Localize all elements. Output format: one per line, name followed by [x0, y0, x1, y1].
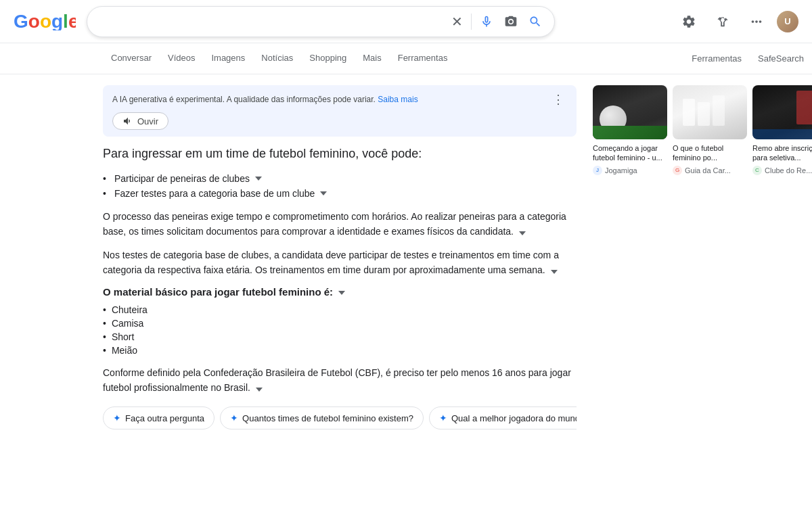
- sparkle-icon-2: ✦: [230, 413, 238, 423]
- sparkle-icon: ✦: [113, 413, 121, 423]
- image-card-1[interactable]: Começando a jogar futebol feminino - u..…: [593, 85, 667, 175]
- tab-noticias[interactable]: Notícias: [253, 43, 301, 74]
- image-card-1-img: [593, 85, 667, 139]
- nav-ferramentas-btn[interactable]: Ferramentas: [683, 43, 750, 74]
- material-item-2: •Camisa: [103, 317, 577, 330]
- ai-notice-text: A IA generativa é experimental. A qualid…: [112, 95, 418, 104]
- list-item-1: • Participar de peneiras de clubes: [103, 171, 577, 186]
- material-item-3: •Short: [103, 330, 577, 344]
- related-btn-2[interactable]: ✦ Qual a melhor jogadora do mundo?: [429, 406, 577, 429]
- answer-list: • Participar de peneiras de clubes • Faz…: [103, 171, 577, 201]
- tab-videos[interactable]: Vídeos: [160, 43, 203, 74]
- google-logo[interactable]: Google: [14, 10, 76, 32]
- image-card-2[interactable]: O que o futebol feminino po... G Guia da…: [673, 85, 747, 175]
- image-card-1-source: J Jogamiga: [593, 166, 667, 175]
- image-card-1-title: Começando a jogar futebol feminino - u..…: [593, 143, 667, 163]
- image-card-3[interactable]: Remo abre inscrições para seletiva... C …: [752, 85, 812, 175]
- list-item-2: • Fazer testes para a categoria base de …: [103, 186, 577, 201]
- ai-notice-menu-btn[interactable]: ⋮: [549, 92, 567, 107]
- image-card-2-img: [673, 85, 747, 139]
- expand-list-1-btn[interactable]: [255, 177, 262, 181]
- related-btn-0[interactable]: ✦ Faça outra pergunta: [103, 406, 215, 429]
- microphone-icon: [480, 15, 493, 28]
- expand-material-btn[interactable]: [338, 287, 345, 297]
- settings-button[interactable]: [675, 8, 702, 35]
- age-paragraph: Conforme definido pela Confederação Bras…: [103, 365, 577, 396]
- material-item-1: •Chuteira: [103, 303, 577, 317]
- material-title: O material básico para jogar futebol fem…: [103, 286, 577, 298]
- image-card-3-img: [752, 85, 812, 139]
- material-item-4: •Meião: [103, 344, 577, 357]
- apps-button[interactable]: [743, 8, 770, 35]
- clear-button[interactable]: ✕: [449, 11, 466, 32]
- apps-icon: [749, 14, 764, 29]
- saiba-mais-link[interactable]: Saiba mais: [378, 95, 418, 104]
- sparkle-icon-3: ✦: [439, 413, 447, 423]
- tab-imagens[interactable]: Imagens: [203, 43, 253, 74]
- listen-button[interactable]: Ouvir: [112, 112, 168, 130]
- related-btn-1[interactable]: ✦ Quantos times de futebol feminino exis…: [220, 406, 424, 429]
- expand-para-2-btn[interactable]: [551, 266, 558, 276]
- google-search-button[interactable]: [526, 12, 545, 31]
- nav-tabs: Conversar Vídeos Imagens Notícias Shoppi…: [0, 43, 812, 74]
- answer-title: Para ingressar em um time de futebol fem…: [103, 145, 577, 163]
- search-icon: [528, 15, 542, 28]
- image-card-2-source: G Guia da Car...: [673, 166, 747, 175]
- material-list: •Chuteira •Camisa •Short •Meião: [103, 303, 577, 357]
- image-card-2-title: O que o futebol feminino po...: [673, 143, 747, 163]
- settings-icon: [681, 14, 696, 29]
- safesearch-btn[interactable]: SafeSearch: [750, 43, 812, 74]
- avatar[interactable]: U: [777, 11, 798, 32]
- image-card-3-title: Remo abre inscrições para seletiva...: [752, 143, 812, 163]
- paragraph-1: O processo das peneiras exige tempo e co…: [103, 209, 577, 239]
- volume-icon: [122, 116, 133, 126]
- image-search-button[interactable]: [501, 12, 520, 31]
- search-bar: como ingressar em um time de futebol fem…: [87, 6, 555, 37]
- tab-conversar[interactable]: Conversar: [103, 43, 160, 74]
- tab-ferramentas[interactable]: Ferramentas: [390, 43, 456, 74]
- paragraph-2: Nos testes de categoria base de clubes, …: [103, 248, 577, 278]
- expand-age-btn[interactable]: [256, 383, 263, 394]
- search-input[interactable]: como ingressar em um time de futebol fem…: [97, 16, 449, 28]
- voice-search-button[interactable]: [477, 12, 496, 31]
- ai-notice-box: A IA generativa é experimental. A qualid…: [103, 85, 577, 137]
- camera-icon: [504, 15, 518, 28]
- expand-para-1-btn[interactable]: [519, 227, 526, 237]
- header: Google como ingressar em um time de fute…: [0, 0, 812, 43]
- image-card-3-source: C Clube do Re...: [752, 166, 812, 175]
- header-right: U: [675, 8, 798, 35]
- related-questions: ✦ Faça outra pergunta ✦ Quantos times de…: [103, 406, 577, 430]
- tab-shopping[interactable]: Shopping: [301, 43, 355, 74]
- labs-icon: [715, 14, 730, 29]
- labs-button[interactable]: [709, 8, 736, 35]
- expand-list-2-btn[interactable]: [320, 191, 327, 195]
- svg-text:Google: Google: [14, 11, 76, 30]
- image-cards-panel: Começando a jogar futebol feminino - u..…: [593, 85, 812, 430]
- tab-mais[interactable]: Mais: [355, 43, 389, 74]
- main-content: A IA generativa é experimental. A qualid…: [103, 85, 577, 430]
